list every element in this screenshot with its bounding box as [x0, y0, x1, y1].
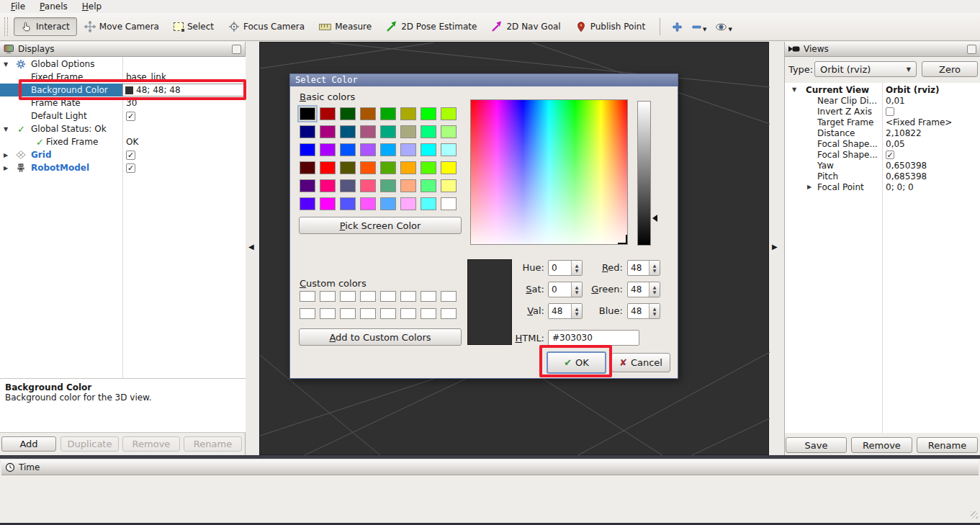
grid-checkbox[interactable]: ✓	[126, 151, 135, 160]
color-swatch[interactable]	[340, 197, 356, 210]
tree-row-focal-shape-fixed[interactable]: Focal Shape... ✓	[785, 149, 980, 160]
color-swatch[interactable]	[421, 179, 436, 192]
color-swatch[interactable]	[400, 143, 416, 156]
color-swatch[interactable]	[320, 179, 336, 192]
distance-value[interactable]: 2,10822	[886, 128, 922, 138]
tree-row-current-view[interactable]: ▼ Current View Orbit (rviz)	[785, 84, 980, 95]
color-swatch[interactable]	[421, 161, 436, 174]
view-type-combobox[interactable]: Orbit (rviz) ▼	[814, 61, 917, 77]
color-swatch[interactable]	[360, 107, 376, 120]
color-swatch[interactable]	[400, 125, 416, 138]
tree-row-focal-shape-size[interactable]: Focal Shape... 0,05	[785, 138, 980, 149]
color-swatch[interactable]	[400, 107, 416, 120]
pitch-value[interactable]: 0,685398	[886, 171, 927, 181]
color-swatch[interactable]	[380, 179, 396, 192]
focus-camera-tool-button[interactable]: Focus Camera	[221, 17, 312, 36]
color-swatch[interactable]	[441, 291, 457, 302]
color-swatch[interactable]	[300, 308, 315, 319]
spin-buttons[interactable]: ▲▼	[649, 282, 660, 297]
color-swatch[interactable]	[360, 161, 376, 174]
zoom-in-button[interactable]	[667, 20, 687, 34]
tree-row-fixed-frame-status[interactable]: ✓ Fixed Frame OK	[0, 135, 246, 148]
color-swatch[interactable]	[320, 161, 336, 174]
green-spinbox[interactable]: 48▲▼	[627, 282, 660, 297]
rename-display-button[interactable]: Rename	[184, 436, 242, 452]
tree-row-near-clip[interactable]: Near Clip Di... 0,01	[785, 95, 980, 106]
tree-row-global-options[interactable]: ▼ Global Options	[0, 58, 246, 71]
color-swatch[interactable]	[300, 125, 315, 138]
expand-right-icon[interactable]: ▶	[4, 152, 8, 158]
tree-row-global-status[interactable]: ▼ ✓ Global Status: Ok	[0, 122, 246, 135]
color-swatch[interactable]	[441, 107, 457, 120]
pose-estimate-tool-button[interactable]: 2D Pose Estimate	[379, 17, 484, 36]
color-swatch[interactable]	[320, 143, 336, 156]
yaw-value[interactable]: 0,650398	[886, 161, 927, 171]
add-display-button[interactable]: Add	[1, 436, 56, 452]
color-swatch[interactable]	[380, 143, 396, 156]
color-swatch[interactable]	[360, 143, 376, 156]
expand-right-icon[interactable]: ▶	[807, 184, 812, 190]
color-swatch[interactable]	[300, 143, 315, 156]
blue-spinbox[interactable]: 48▲▼	[627, 303, 660, 319]
expand-down-icon[interactable]: ▼	[4, 61, 8, 68]
value-slider[interactable]	[637, 101, 651, 246]
tree-row-yaw[interactable]: Yaw 0,650398	[785, 160, 980, 171]
tree-row-pitch[interactable]: Pitch 0,685398	[785, 171, 980, 181]
collapse-left-panel-icon[interactable]: ◀	[248, 243, 254, 251]
spin-buttons[interactable]: ▲▼	[649, 304, 660, 318]
color-swatch[interactable]	[441, 125, 457, 138]
pick-screen-color-button[interactable]: Pick Screen Color	[299, 217, 462, 234]
tree-row-invert-z[interactable]: Invert Z Axis	[785, 106, 980, 117]
color-swatch[interactable]	[400, 197, 416, 210]
color-swatch[interactable]	[441, 143, 457, 156]
view-options-button[interactable]: ▼	[711, 20, 736, 34]
menu-panels[interactable]: Panels	[33, 1, 74, 12]
invert-z-checkbox[interactable]	[886, 107, 894, 116]
panel-float-button[interactable]	[967, 45, 976, 54]
zero-button[interactable]: Zero	[922, 61, 978, 77]
color-swatch[interactable]	[421, 197, 436, 210]
color-swatch[interactable]	[380, 125, 396, 138]
target-frame-value[interactable]: <Fixed Frame>	[886, 117, 952, 127]
panel-float-button[interactable]	[232, 45, 241, 54]
dialog-titlebar[interactable]: Select Color	[290, 74, 678, 86]
color-swatch[interactable]	[421, 291, 436, 302]
tree-row-target-frame[interactable]: Target Frame <Fixed Frame>	[785, 117, 980, 127]
color-swatch[interactable]	[400, 179, 416, 192]
value-slider-handle[interactable]	[652, 215, 657, 222]
color-swatch[interactable]	[380, 161, 396, 174]
zoom-out-button[interactable]: ▼	[687, 20, 711, 34]
move-camera-tool-button[interactable]: Move Camera	[77, 17, 166, 36]
rename-view-button[interactable]: Rename	[917, 437, 978, 453]
tree-row-default-light[interactable]: Default Light ✓	[0, 109, 246, 122]
color-swatch[interactable]	[441, 161, 457, 174]
color-swatch[interactable]	[360, 197, 376, 210]
color-swatch[interactable]	[320, 308, 336, 319]
color-swatch[interactable]	[360, 179, 376, 192]
color-swatch[interactable]	[300, 197, 315, 210]
measure-tool-button[interactable]: Measure	[312, 18, 379, 35]
color-swatch[interactable]	[441, 179, 457, 192]
color-swatch[interactable]	[421, 125, 436, 138]
cancel-button[interactable]: ✘Cancel	[611, 353, 670, 372]
tree-row-focal-point[interactable]: ▶ Focal Point 0; 0; 0	[785, 181, 980, 192]
tree-row-distance[interactable]: Distance 2,10822	[785, 127, 980, 138]
color-swatch[interactable]	[441, 308, 457, 319]
hue-saturation-picker[interactable]	[470, 99, 628, 245]
default-light-checkbox[interactable]: ✓	[126, 112, 135, 121]
focal-shape-checkbox[interactable]: ✓	[886, 151, 894, 159]
color-swatch[interactable]	[340, 179, 356, 192]
color-swatch[interactable]	[360, 125, 376, 138]
color-swatch[interactable]	[421, 107, 436, 120]
remove-display-button[interactable]: Remove	[122, 436, 180, 452]
duplicate-display-button[interactable]: Duplicate	[60, 436, 119, 452]
color-swatch[interactable]	[300, 179, 315, 192]
color-swatch[interactable]	[380, 308, 396, 319]
color-swatch[interactable]	[360, 308, 376, 319]
color-swatch[interactable]	[380, 107, 396, 120]
color-swatch[interactable]	[421, 143, 436, 156]
color-swatch[interactable]	[380, 197, 396, 210]
color-swatch[interactable]	[400, 291, 416, 302]
tree-row-robot-model[interactable]: ▶ RobotModel ✓	[0, 161, 246, 174]
focal-point-value[interactable]: 0; 0; 0	[886, 182, 914, 192]
